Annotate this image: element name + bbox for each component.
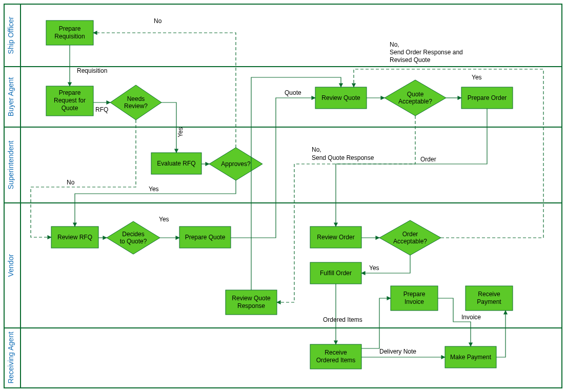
svg-text:Quote: Quote	[407, 91, 424, 98]
lane-label-ship-officer: Ship Officer	[7, 16, 15, 54]
swimlane-diagram: Ship Officer Buyer Agent Superintendent …	[0, 0, 566, 392]
edge-approves-no	[93, 33, 236, 148]
svg-text:Payment: Payment	[477, 298, 501, 305]
node-evaluate-rfq: Evaluate RFQ	[151, 153, 201, 174]
svg-text:Prepare: Prepare	[59, 89, 81, 96]
svg-text:Prepare: Prepare	[59, 25, 81, 32]
node-prepare-quote: Prepare Quote	[179, 226, 231, 248]
edge-rqr-to-revquote	[251, 77, 341, 290]
label-yes-vertical: Yes	[177, 127, 184, 137]
svg-text:Review RFQ: Review RFQ	[57, 234, 92, 241]
svg-text:Review Quote: Review Quote	[232, 295, 271, 302]
label-no2: No	[67, 179, 75, 186]
svg-text:Decides: Decides	[122, 231, 144, 238]
svg-text:Receive: Receive	[325, 349, 347, 356]
node-decides-to-quote: Decides to Quote?	[107, 221, 160, 254]
label-no1: No	[154, 17, 162, 25]
edge-order	[336, 109, 487, 226]
edge-needs-review-no	[31, 120, 136, 237]
node-review-order: Review Order	[310, 226, 361, 248]
node-order-acceptable: Order Acceptable?	[379, 220, 441, 255]
svg-text:Fulfill Order: Fulfill Order	[320, 270, 352, 277]
label-yes3: Yes	[472, 74, 482, 81]
svg-rect-0	[4, 4, 562, 388]
node-receive-ordered-items: Receive Ordered Items	[310, 344, 361, 369]
node-prepare-order: Prepare Order	[461, 87, 513, 109]
svg-text:Make Payment: Make Payment	[450, 354, 492, 361]
node-quote-acceptable: Quote Acceptable?	[385, 80, 446, 116]
svg-text:Review Quote: Review Quote	[321, 94, 360, 101]
node-receive-payment: Receive Payment	[466, 286, 513, 311]
svg-text:Prepare Quote: Prepare Quote	[185, 234, 226, 241]
svg-text:Acceptable?: Acceptable?	[393, 238, 427, 245]
label-yes4: Yes	[369, 264, 379, 272]
node-make-payment: Make Payment	[445, 346, 496, 368]
svg-text:Response: Response	[237, 302, 265, 310]
label-quote: Quote	[285, 89, 301, 96]
label-no-sendor1: No,	[390, 41, 399, 48]
svg-text:Review Order: Review Order	[317, 234, 354, 241]
label-order: Order	[420, 156, 436, 163]
label-rfq: RFQ	[95, 106, 108, 113]
lane-label-vendor: Vendor	[7, 254, 15, 277]
node-approves: Approves?	[209, 148, 262, 180]
label-requisition: Requisition	[77, 67, 107, 74]
svg-text:Prepare Order: Prepare Order	[468, 94, 507, 101]
node-prepare-requisition: Prepare Requisition	[46, 20, 93, 45]
svg-text:Order: Order	[402, 231, 418, 238]
edge-makepay-recvpay	[496, 311, 506, 357]
node-fulfill-order: Fulfill Order	[310, 262, 361, 284]
node-review-quote: Review Quote	[315, 87, 367, 109]
svg-text:Prepare: Prepare	[403, 291, 426, 298]
label-no-sendqr1: No,	[312, 146, 321, 153]
label-yes1: Yes	[149, 185, 159, 193]
label-yes2: Yes	[159, 216, 169, 223]
edge-oacc-no	[354, 69, 543, 238]
node-needs-review: Needs Review?	[110, 85, 161, 120]
svg-text:Request for: Request for	[54, 97, 86, 104]
svg-text:Needs: Needs	[127, 95, 145, 102]
svg-text:Quote: Quote	[62, 105, 78, 112]
label-delivery-note: Delivery Note	[379, 348, 416, 355]
svg-text:Invoice: Invoice	[405, 298, 424, 305]
svg-text:Ordered Items: Ordered Items	[316, 357, 356, 364]
node-review-quote-response: Review Quote Response	[226, 290, 277, 315]
lane-label-superintendent: Superintendent	[7, 140, 15, 189]
node-prepare-rfq: Prepare Request for Quote	[46, 86, 93, 116]
node-review-rfq: Review RFQ	[51, 226, 98, 248]
svg-text:Review?: Review?	[124, 102, 148, 110]
label-ordered-items: Ordered Items	[323, 316, 362, 323]
label-no-sendor3: Revised Quote	[390, 56, 431, 64]
lane-label-receiving-agent: Receiving Agent	[7, 332, 15, 383]
svg-text:Receive: Receive	[478, 291, 500, 298]
lane-label-buyer-agent: Buyer Agent	[7, 77, 15, 116]
svg-text:Approves?: Approves?	[221, 160, 251, 168]
label-no-sendor2: Send Order Response and	[390, 49, 463, 56]
node-prepare-invoice: Prepare Invoice	[391, 286, 438, 311]
edge-recvord-to-prepinv	[361, 298, 391, 348]
svg-text:Evaluate RFQ: Evaluate RFQ	[157, 160, 195, 167]
svg-text:to Quote?: to Quote?	[120, 238, 147, 245]
label-invoice: Invoice	[461, 314, 481, 321]
label-no-sendqr2: Send Quote Response	[312, 154, 374, 161]
svg-text:Requisition: Requisition	[54, 33, 85, 40]
svg-text:Acceptable?: Acceptable?	[398, 98, 432, 105]
